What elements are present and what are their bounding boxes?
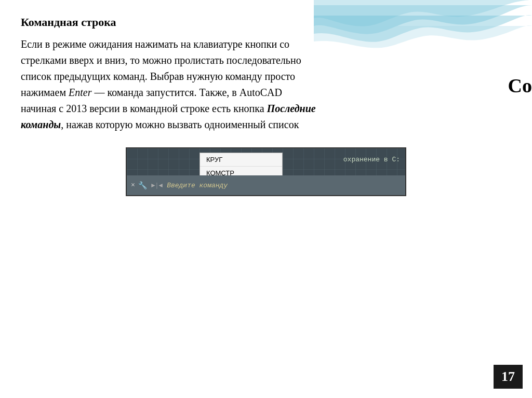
- page-number-badge: 17: [494, 365, 523, 389]
- close-icon[interactable]: ×: [131, 181, 135, 189]
- text-line-1: Если в режиме ожидания нажимать на клави…: [21, 38, 289, 50]
- text-line-4-prefix: нажимаем: [21, 87, 69, 98]
- text-line-3: список предыдущих команд. Выбрав нужную …: [21, 71, 295, 82]
- autocad-screenshot: КРУГ КОМСТР ЛЕНТА охранение в С: × 🔧 ►|◄…: [126, 147, 406, 196]
- text-line-2: стрелками вверх и вниз, то можно пролист…: [21, 54, 301, 66]
- text-line-6-suffix: , нажав которую можно вызвать одноименны…: [61, 119, 299, 130]
- text-last-commands-1: Последние: [267, 103, 316, 114]
- command-bar: × 🔧 ►|◄ Введите команду: [127, 175, 405, 195]
- dropdown-item-krug[interactable]: КРУГ: [200, 153, 282, 167]
- section-heading: Командная строка: [21, 16, 511, 29]
- main-paragraph: Если в режиме ожидания нажимать на клави…: [21, 36, 511, 133]
- text-last-commands-2: команды: [21, 119, 61, 130]
- dropdown-item-komstr[interactable]: КОМСТР: [200, 167, 282, 175]
- main-content: Командная строка Если в режиме ожидания …: [0, 0, 532, 207]
- arrow-icon: ►|◄: [150, 182, 164, 189]
- screenshot-container: КРУГ КОМСТР ЛЕНТА охранение в С: × 🔧 ►|◄…: [21, 147, 511, 196]
- command-dropdown: КРУГ КОМСТР ЛЕНТА: [200, 153, 283, 175]
- text-enter-italic: Enter: [69, 87, 91, 98]
- text-line-4-mid: — команда запустится. Также, в AutoCAD: [91, 87, 282, 98]
- cad-right-overlay-text: охранение в С:: [343, 156, 400, 163]
- command-input-label: Введите команду: [167, 182, 228, 189]
- cad-viewport: КРУГ КОМСТР ЛЕНТА охранение в С:: [127, 148, 405, 175]
- wrench-icon[interactable]: 🔧: [138, 181, 147, 190]
- text-line-5: начиная с 2013 версии в командной строке…: [21, 103, 267, 114]
